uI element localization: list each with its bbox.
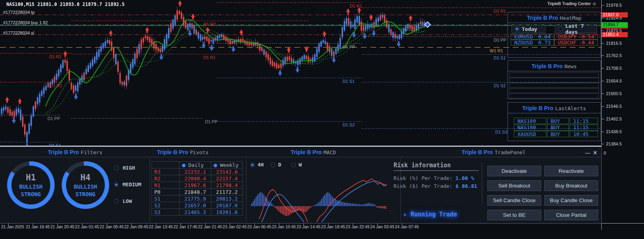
filter-option-low[interactable]: LOW (114, 198, 132, 204)
macd-hist-bar (373, 204, 374, 206)
button-set-to-be[interactable]: Set to BE (487, 210, 541, 220)
running-trade-link[interactable]: ▸ Running Trade (403, 211, 457, 218)
macd-hist-bar (267, 199, 267, 206)
pivots-col-header-daily[interactable]: Daily (180, 162, 211, 168)
filter-option-medium[interactable]: MEDIUM (114, 182, 141, 187)
price-tick-mark (602, 94, 604, 94)
order-label-2: #1772228034 sl (3, 31, 34, 35)
macd-hist-bar (364, 204, 365, 206)
macd-hist-bar (324, 195, 325, 206)
macd-hist-bar (300, 206, 301, 211)
lastalerts-brand: Triple B Pro (522, 105, 553, 111)
macd-hist-bar (355, 204, 356, 206)
pivots-cell-P0-weekly: 21172.2 (211, 189, 243, 195)
macd-hist-bar (368, 203, 369, 206)
buy-arrow-icon (206, 27, 210, 33)
macd-hist-bar (382, 206, 383, 208)
price-tick-label: 21492.5 (606, 117, 622, 121)
macd-hist-bar (273, 205, 273, 206)
gauge-center: H1BULLISHSTRONG (11, 166, 50, 205)
alert-cell: BUY (547, 118, 569, 124)
macd-hist-bar (344, 203, 345, 206)
minimize-icon[interactable]: — (585, 150, 590, 156)
macd-hist-bar (378, 206, 379, 208)
price-tick-mark (602, 43, 604, 44)
pivots-cell-S2-k: S2 (152, 202, 180, 209)
alert-cell: 11:15 (570, 124, 598, 131)
ma-line-solid (45, 20, 425, 107)
alert-cell: NAS100 (514, 124, 546, 131)
macd-hist-bar (381, 206, 381, 208)
button-reactivate[interactable]: Reactivate (544, 166, 598, 176)
time-tick-label: 24 Jan 07:45 (395, 224, 419, 229)
news-panel: Triple B Pro News (508, 60, 601, 99)
button-buy-breakout[interactable]: Buy Breakout (544, 180, 598, 191)
macd-hist-bar (339, 201, 340, 206)
close-icon[interactable]: ✕ (593, 150, 597, 156)
sell-arrow-icon (332, 57, 336, 63)
button-sell-candle-close[interactable]: Sell Candle Close (487, 195, 541, 206)
macd-hist-bar (330, 195, 331, 206)
price-tick-mark (602, 31, 604, 31)
radio-icon (114, 182, 119, 187)
macd-hist-bar (282, 206, 282, 214)
button-sell-breakout[interactable]: Sell Breakout (487, 180, 541, 191)
price-tick-label: 21384.5 (606, 141, 622, 146)
macd-chart[interactable] (248, 159, 388, 222)
filter-option-high[interactable]: HIGH (114, 165, 135, 171)
buy-arrow-icon (305, 46, 309, 52)
radio-icon (558, 27, 563, 31)
time-tick-label: 22 Jan 21:45 (198, 224, 222, 229)
heatmap-tab-last-7-days[interactable]: Last 7 days (555, 25, 597, 33)
price-tick-mark (602, 106, 604, 107)
sell-arrow-icon (12, 118, 16, 124)
gauge-signal-line1: BULLISH (74, 184, 97, 190)
macd-hist-bar (280, 206, 281, 213)
time-tick-label: 23 Jan 18:45 (321, 224, 345, 229)
gauge-signal-line2: STRONG (76, 191, 96, 197)
heatmap-tab-today[interactable]: Today (511, 25, 546, 33)
sell-arrow-icon (278, 70, 282, 76)
heatmap-value: -0.54 (579, 34, 594, 40)
button-deactivate[interactable]: Deactivate (487, 166, 541, 176)
alert-cell: 10:45 (570, 131, 598, 137)
pivots-cell-P0-k: P0 (152, 189, 180, 195)
macd-hist-bar (379, 206, 380, 208)
radio-dot-icon (214, 164, 217, 167)
time-tick-label: 22 Jan 01:45 (75, 224, 99, 229)
pivots-col-header-weekly[interactable]: Weekly (211, 162, 243, 168)
macd-hist-bar (276, 206, 277, 208)
section-divider (246, 159, 246, 222)
filters-header: Triple B Pro Filters (48, 149, 102, 156)
pivots-name: Pivots (190, 149, 208, 155)
heatmap-cell-USDCHF: USDCHF-0.44 (554, 40, 598, 46)
time-tick-label: 23 Jan 06:45 (247, 224, 271, 229)
news-brand: Triple B Pro (532, 63, 563, 69)
pivots-table: DailyWeeklyR322232.123142.6R222040.42215… (152, 161, 243, 216)
macd-hist-bar (366, 204, 366, 206)
macd-hist-bar (358, 204, 359, 206)
heatmap-symbol: NZDUSD (514, 40, 533, 46)
macd-hist-bar (375, 205, 375, 206)
macd-hist-bar (257, 195, 258, 206)
button-buy-candle-close[interactable]: Buy Candle Close (544, 195, 598, 206)
macd-hist-bar (321, 199, 322, 206)
price-tick-mark (602, 18, 604, 18)
pivots-header: Triple B Pro Pivots (157, 149, 208, 156)
button-close-partial[interactable]: Close Partial (544, 210, 598, 220)
price-badge-21894.7: 21894.7 (602, 22, 628, 27)
radio-icon (114, 199, 119, 204)
price-tick-label: 21762.5 (606, 53, 622, 58)
filter-option-label: LOW (123, 198, 132, 204)
news-row (510, 88, 599, 93)
order-label-1: #1772228034 buy 1.92 (3, 20, 48, 25)
macd-hist-bar (376, 206, 377, 207)
price-tick-label: 21816.5 (606, 41, 622, 46)
pivots-col-label: Daily (188, 162, 204, 168)
macd-hist-bar (343, 202, 343, 206)
macd-hist-bar (346, 203, 347, 206)
broker-label: TripleB Trading Center ☺ (547, 1, 597, 6)
price-tick-mark (602, 81, 604, 81)
heatmap-panel: Triple B Pro HeatMap TodayLast 7 daysEUR… (508, 12, 601, 58)
broker-text: TripleB Trading Center (547, 1, 591, 6)
